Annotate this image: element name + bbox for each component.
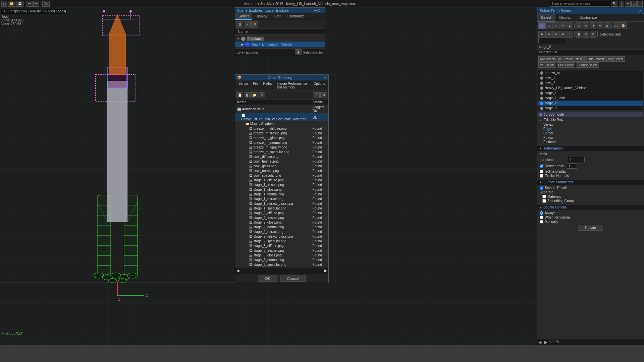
asset-tracking-close[interactable]: ─ □ ×	[317, 76, 326, 80]
render-iters-checkbox[interactable]	[540, 164, 543, 168]
asset-row-22[interactable]: 🖼 stage_2_fresnel.png Found	[235, 216, 328, 220]
asset-row-16[interactable]: 🖼 stage_1_gloss.png Found	[235, 187, 328, 192]
isoline-checkbox[interactable]	[540, 170, 543, 173]
menu-paths[interactable]: Paths	[261, 81, 274, 90]
menu-bitmap[interactable]: Bitmap Performance and Memory	[274, 81, 311, 90]
asset-row-29[interactable]: 🖼 stage_3_fresnel.png Found	[235, 248, 328, 253]
help-btn[interactable]: ?	[619, 1, 624, 7]
se-expand-btn[interactable]: +	[244, 21, 251, 27]
open-btn[interactable]: 📂	[8, 1, 15, 7]
object-item-5[interactable]: stage_1_tank	[538, 96, 643, 101]
asset-row-6[interactable]: 🖼 breeze_m_normal.png Found	[235, 140, 328, 145]
update-options-header[interactable]: ▼ Update Options	[537, 205, 644, 210]
redo-btn[interactable]: ↪	[33, 1, 39, 7]
scene-explorer-close[interactable]: ─ □ ×	[314, 8, 323, 12]
surface-params-header[interactable]: ▼ Surface Parameters	[537, 180, 644, 185]
object-item-0[interactable]: breeze_m	[538, 70, 643, 75]
undo-btn[interactable]: ↩	[26, 1, 33, 7]
sub-vertex[interactable]: Vertex	[538, 122, 643, 127]
patch-select-btn[interactable]: Patch Select	[563, 56, 584, 62]
scene-explorer-title[interactable]: Scene Explorer - Layer Explorer ─ □ ×	[235, 8, 325, 13]
fpd-select-btn[interactable]: FPD Select	[557, 62, 576, 68]
asset-row-9[interactable]: 🖼 cowl_diffuse.png Found	[235, 155, 328, 159]
asset-tb-4[interactable]: ≡	[259, 92, 265, 98]
se-options-btn[interactable]: ⚙	[251, 21, 258, 27]
select-lasso-btn[interactable]: ✏	[559, 22, 566, 29]
save-btn[interactable]: 💾	[16, 1, 23, 7]
select-from-scene-close[interactable]: ×	[639, 9, 641, 13]
asset-row-18[interactable]: 🖼 stage_1_refract.png Found	[235, 197, 328, 201]
asset-row-23[interactable]: 🖼 stage_2_gloss.png Found	[235, 220, 328, 225]
rt-btn-3[interactable]: ⊗	[552, 31, 559, 38]
rt-btn-4[interactable]: ≣	[559, 31, 566, 38]
search-icon-btn[interactable]: 🔍	[611, 1, 618, 7]
when-rendering-radio[interactable]	[540, 216, 543, 219]
filter-btn[interactable]: ⊞	[576, 22, 582, 29]
object-item-6[interactable]: stage_2	[538, 101, 643, 106]
sub-border[interactable]: Border	[538, 131, 643, 135]
asset-settings-btn[interactable]: ⚙	[320, 92, 327, 98]
tree-item-default[interactable]: ▼ 0 (default)	[235, 36, 325, 42]
rt-btn-5[interactable]: ↕	[567, 31, 573, 38]
asset-help-btn[interactable]: ?	[313, 92, 320, 98]
sub-edge[interactable]: Edge	[538, 127, 643, 131]
render-btn[interactable]: 🎬	[42, 1, 50, 7]
tab-customize[interactable]: Customize	[284, 13, 308, 20]
tree-item-vehicle[interactable]: ▶ Heavy_Lift_Launch_Vehicle	[235, 42, 325, 47]
nav-left[interactable]: ◀	[538, 340, 541, 345]
select-rect-btn[interactable]: □	[545, 22, 552, 29]
se-filter-btn[interactable]: ☰	[236, 21, 243, 27]
asset-row-2[interactable]: 📁 Maps / Shaders	[235, 122, 328, 126]
asset-row-26[interactable]: 🖼 stage_2_refract_gloss.png Found	[235, 234, 328, 239]
object-item-2[interactable]: cowl_2	[538, 80, 643, 85]
asset-row-21[interactable]: 🖼 stage_2_diffuse.png Found	[235, 211, 328, 216]
asset-row-1[interactable]: 📄 Heavy_Lift_Launch_Vehicle_max_vray.max…	[235, 113, 328, 122]
renderable-spl-btn[interactable]: Renderable Spl	[538, 56, 562, 62]
surface-select-btn[interactable]: Surface Select	[576, 62, 599, 68]
layer-options-btn[interactable]: ⚙	[295, 49, 302, 55]
minimize-btn[interactable]: ─	[625, 1, 631, 7]
asset-scroll-right[interactable]: ▶	[324, 268, 327, 273]
freeze-btn[interactable]: ❄	[583, 22, 589, 29]
asset-row-28[interactable]: 🖼 stage_3_diffuse.png Found	[235, 244, 328, 248]
sub-element[interactable]: Element	[538, 140, 643, 144]
asset-row-8[interactable]: 🖼 breeze_m_specular.png Found	[235, 150, 328, 155]
vol-select-btn[interactable]: Vol. Select	[538, 62, 556, 68]
menu-file[interactable]: File	[251, 81, 260, 90]
editable-poly-stack-item[interactable]: ◎ Editable Poly	[538, 117, 643, 122]
asset-row-15[interactable]: 🖼 stage_1_fresnel.png Found	[235, 183, 328, 187]
asset-row-12[interactable]: 🖼 cowl_normal.png Found	[235, 169, 328, 173]
materials-checkbox[interactable]	[542, 195, 546, 198]
sfs-tab-select[interactable]: Select	[537, 14, 555, 21]
new-btn[interactable]: ◻	[1, 1, 7, 7]
tab-select[interactable]: Select	[235, 13, 252, 20]
maximize-btn[interactable]: □	[631, 1, 637, 7]
turbosmooth-section-header[interactable]: ▼ TurboSmooth	[537, 146, 644, 151]
asset-row-30[interactable]: 🖼 stage_3_gloss.png Found	[235, 253, 328, 258]
turbosmooth-stack-item[interactable]: ◉ TurboSmooth	[538, 112, 643, 117]
sfs-tab-display[interactable]: Display	[555, 14, 576, 21]
menu-server[interactable]: Server	[236, 81, 250, 90]
object-item-3[interactable]: Heavy_Lift_Launch_Vehicle	[538, 85, 643, 90]
asset-row-7[interactable]: 🖼 breeze_m_opacity.png Found	[235, 145, 328, 150]
select-by-name-btn[interactable]: A↓	[613, 22, 620, 29]
select-circle-btn[interactable]: ○	[552, 22, 559, 29]
asset-cancel-btn[interactable]: Cancel	[280, 276, 306, 282]
rt-btn-7[interactable]: ⊞	[583, 31, 589, 38]
nav-right[interactable]: ▶	[544, 340, 547, 345]
selection-set-input[interactable]	[538, 38, 565, 43]
select-paint-btn[interactable]: 🖌	[567, 22, 573, 29]
select-by-color-btn[interactable]: 🎨	[620, 22, 627, 29]
turbosmooth-btn[interactable]: TurboSmooth	[584, 56, 606, 62]
asset-row-5[interactable]: 🖼 breeze_m_gloss.png Found	[235, 136, 328, 140]
select-mode-btn[interactable]: ⬡	[538, 22, 545, 29]
select-all-btn[interactable]: ✦	[597, 22, 603, 29]
viewport[interactable]: X Z [+] [Perspective] [Realistic + Edged…	[0, 7, 537, 345]
asset-row-11[interactable]: 🖼 cowl_gloss.png Found	[235, 164, 328, 169]
asset-row-24[interactable]: 🖼 stage_2_normal.png Found	[235, 225, 328, 230]
asset-row-31[interactable]: 🖼 stage_3_normal.png Found	[235, 258, 328, 262]
iterations-input[interactable]	[568, 157, 585, 162]
update-button[interactable]: Update	[578, 225, 603, 231]
object-item-1[interactable]: cowl_1	[538, 75, 643, 80]
explicit-normals-checkbox[interactable]	[540, 174, 543, 178]
